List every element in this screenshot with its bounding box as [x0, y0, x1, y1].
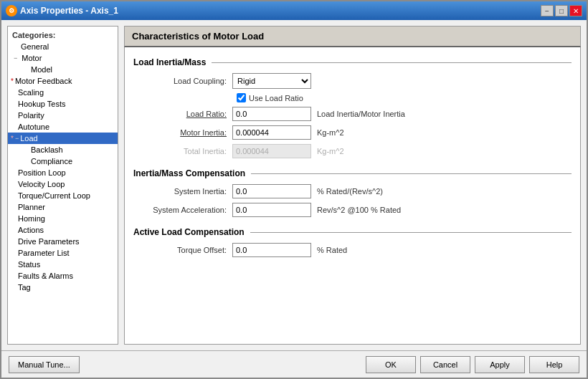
- title-bar-left: ⚙ Axis Properties - Axis_1: [6, 5, 118, 16]
- maximize-button[interactable]: □: [555, 5, 568, 16]
- load-ratio-input[interactable]: [232, 107, 311, 121]
- sidebar-item-torque-current-loop[interactable]: Torque/Current Loop: [8, 190, 118, 201]
- total-inertia-label: Total Inertia:: [133, 147, 227, 155]
- sidebar: Categories: General − Motor Model * Moto…: [7, 26, 118, 345]
- torque-offset-row: Torque Offset: % Rated: [133, 243, 572, 257]
- sidebar-item-motor[interactable]: − Motor: [8, 52, 118, 64]
- system-inertia-row: System Inertia: % Rated/(Rev/s^2): [133, 184, 572, 198]
- main-content: Categories: General − Motor Model * Moto…: [1, 20, 587, 350]
- torque-offset-unit: % Rated: [317, 246, 347, 254]
- torque-offset-input[interactable]: [232, 243, 311, 257]
- sidebar-item-polarity[interactable]: Polarity: [8, 110, 118, 121]
- cancel-button[interactable]: Cancel: [420, 356, 470, 373]
- manual-tune-button[interactable]: Manual Tune...: [9, 356, 80, 373]
- motor-inertia-input[interactable]: [232, 125, 311, 140]
- bottom-right-buttons: OK Cancel Apply Help: [366, 356, 579, 373]
- sidebar-item-hookup-tests[interactable]: Hookup Tests: [8, 98, 118, 110]
- use-load-ratio-row: Use Load Ratio: [237, 93, 572, 102]
- window-title: Axis Properties - Axis_1: [20, 6, 118, 16]
- sidebar-item-model[interactable]: Model: [8, 64, 118, 75]
- total-inertia-input: [232, 144, 311, 158]
- sidebar-item-general[interactable]: General: [8, 41, 118, 52]
- minimize-button[interactable]: −: [541, 5, 554, 16]
- title-buttons: − □ ✕: [541, 5, 582, 16]
- sidebar-item-faults-alarms[interactable]: Faults & Alarms: [8, 270, 118, 282]
- system-inertia-unit: % Rated/(Rev/s^2): [317, 187, 383, 196]
- load-ratio-unit: Load Inertia/Motor Inertia: [317, 110, 405, 118]
- sidebar-item-planner[interactable]: Planner: [8, 201, 118, 213]
- use-load-ratio-checkbox[interactable]: [237, 93, 246, 102]
- sidebar-item-backlash[interactable]: Backlash: [8, 144, 118, 155]
- load-coupling-row: Load Coupling: Rigid Compliant: [133, 73, 572, 89]
- load-ratio-label: Load Ratio:: [133, 110, 227, 118]
- sidebar-item-tag[interactable]: Tag: [8, 282, 118, 293]
- help-button[interactable]: Help: [529, 356, 579, 373]
- main-window: ⚙ Axis Properties - Axis_1 − □ ✕ Categor…: [0, 0, 588, 379]
- sidebar-item-homing[interactable]: Homing: [8, 213, 118, 224]
- system-accel-unit: Rev/s^2 @100 % Rated: [317, 206, 401, 214]
- close-button[interactable]: ✕: [569, 5, 582, 16]
- ok-button[interactable]: OK: [366, 356, 416, 373]
- sidebar-item-load[interactable]: * − Load: [8, 133, 118, 144]
- system-inertia-label: System Inertia:: [133, 187, 227, 196]
- sidebar-item-drive-parameters[interactable]: Drive Parameters: [8, 236, 118, 247]
- panel-header: Characteristics of Motor Load: [124, 26, 581, 47]
- categories-label: Categories:: [8, 29, 118, 41]
- sidebar-item-status[interactable]: Status: [8, 259, 118, 270]
- motor-inertia-label: Motor Inertia:: [133, 128, 227, 137]
- use-load-ratio-label[interactable]: Use Load Ratio: [249, 94, 303, 102]
- title-bar: ⚙ Axis Properties - Axis_1 − □ ✕: [1, 1, 587, 20]
- right-panel: Characteristics of Motor Load Load Inert…: [124, 26, 581, 345]
- system-inertia-input[interactable]: [232, 184, 311, 198]
- sidebar-item-motor-feedback[interactable]: * Motor Feedback: [8, 75, 118, 87]
- section2-header: Inertia/Mass Compensation: [133, 168, 572, 178]
- system-accel-input[interactable]: [232, 203, 311, 217]
- total-inertia-row: Total Inertia: Kg-m^2: [133, 144, 572, 158]
- system-accel-row: System Acceleration: Rev/s^2 @100 % Rate…: [133, 203, 572, 217]
- sidebar-item-position-loop[interactable]: Position Loop: [8, 167, 118, 178]
- load-ratio-row: Load Ratio: Load Inertia/Motor Inertia: [133, 107, 572, 121]
- sidebar-item-scaling[interactable]: Scaling: [8, 87, 118, 98]
- torque-offset-label: Torque Offset:: [133, 246, 227, 254]
- motor-inertia-row: Motor Inertia: Kg-m^2: [133, 125, 572, 140]
- total-inertia-unit: Kg-m^2: [317, 147, 344, 155]
- motor-inertia-unit: Kg-m^2: [317, 128, 344, 137]
- system-accel-label: System Acceleration:: [133, 206, 227, 214]
- load-coupling-select[interactable]: Rigid Compliant: [232, 73, 311, 89]
- sidebar-item-parameter-list[interactable]: Parameter List: [8, 247, 118, 259]
- panel-body: Load Inertia/Mass Load Coupling: Rigid C…: [124, 47, 581, 345]
- sidebar-item-velocity-loop[interactable]: Velocity Loop: [8, 178, 118, 190]
- load-coupling-label: Load Coupling:: [133, 77, 227, 85]
- section1-header: Load Inertia/Mass: [133, 57, 572, 67]
- apply-button[interactable]: Apply: [475, 356, 525, 373]
- window-icon: ⚙: [6, 5, 17, 16]
- sidebar-item-compliance[interactable]: Compliance: [8, 155, 118, 167]
- sidebar-item-autotune[interactable]: Autotune: [8, 121, 118, 133]
- section3-header: Active Load Compensation: [133, 227, 572, 237]
- bottom-bar: Manual Tune... OK Cancel Apply Help: [1, 350, 587, 378]
- sidebar-item-actions[interactable]: Actions: [8, 224, 118, 236]
